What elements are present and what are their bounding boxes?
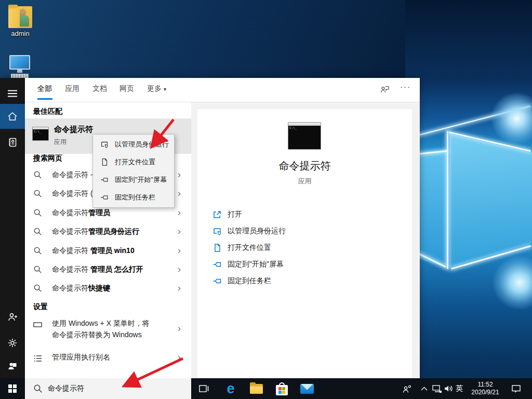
suggestion-text: 命令提示符管理员 xyxy=(52,208,110,218)
file-explorer-icon xyxy=(250,384,263,394)
tray-expand-button[interactable] xyxy=(418,378,430,399)
desktop-icon-this-pc[interactable] xyxy=(2,55,37,79)
settings-row-text: 使用 Windows + X 菜单时，将 命令提示符替换为 Windows xyxy=(52,317,150,340)
cmd-icon: C:\_ xyxy=(32,127,49,141)
search-suggestion-row[interactable]: 命令提示符 管理员 怎么打开 › xyxy=(25,260,191,279)
journal-icon xyxy=(7,137,18,148)
context-menu-run-as-admin[interactable]: 以管理员身份运行 xyxy=(93,136,174,153)
people-tray-button[interactable] xyxy=(400,378,414,399)
microsoft-store-button[interactable] xyxy=(270,378,294,399)
action-center-icon xyxy=(511,384,521,393)
chevron-right-icon[interactable]: › xyxy=(178,263,181,275)
action-pin-to-taskbar[interactable]: 固定到任务栏 xyxy=(212,273,271,289)
search-icon xyxy=(33,265,42,274)
settings-row-text: 管理应用执行别名 xyxy=(52,353,110,362)
search-tabs-header: 全部 应用 文档 网页 更多 ▾ ··· xyxy=(25,78,420,102)
action-label: 以管理员身份运行 xyxy=(228,227,286,236)
wallpaper-light-beams xyxy=(405,0,532,399)
file-explorer-button[interactable] xyxy=(244,378,268,399)
mail-button[interactable] xyxy=(295,378,319,399)
volume-icon xyxy=(444,384,454,393)
chevron-right-icon[interactable]: › xyxy=(178,351,181,363)
settings-row-aliases[interactable]: 管理应用执行别名 › xyxy=(25,348,191,367)
store-icon xyxy=(276,382,288,395)
tab-more[interactable]: 更多 ▾ xyxy=(147,84,166,94)
rail-home-button[interactable] xyxy=(0,104,25,129)
edge-browser-button[interactable]: e xyxy=(219,378,243,399)
hamburger-menu-button[interactable] xyxy=(0,82,25,105)
chevron-down-icon: ▾ xyxy=(164,86,166,92)
taskbar-search-box[interactable]: 命令提示符 xyxy=(25,378,191,399)
chevron-right-icon[interactable]: › xyxy=(178,188,181,199)
taskbar-clock[interactable]: 11:52 2020/9/21 xyxy=(466,378,505,399)
best-match-subtitle: 应用 xyxy=(54,138,66,147)
search-web-section-label: 搜索网页 xyxy=(33,154,62,163)
open-icon xyxy=(212,209,222,220)
gear-icon xyxy=(7,338,18,348)
list-icon xyxy=(33,353,43,364)
rail-settings-button[interactable] xyxy=(0,331,25,354)
search-icon xyxy=(33,246,42,255)
rail-feedback-button[interactable] xyxy=(0,354,25,377)
people-icon xyxy=(402,384,412,393)
tab-more-label: 更多 xyxy=(147,84,162,92)
tab-web[interactable]: 网页 xyxy=(119,84,134,94)
action-pin-to-start[interactable]: 固定到"开始"屏幕 xyxy=(212,257,284,272)
search-suggestion-row[interactable]: 命令提示符管理员身份运行 › xyxy=(25,222,191,241)
search-icon xyxy=(33,284,42,292)
pin-icon xyxy=(100,175,109,184)
task-view-icon xyxy=(198,383,210,394)
action-label: 打开 xyxy=(228,210,242,219)
pin-icon xyxy=(212,259,222,270)
desktop-icon-admin[interactable]: admin xyxy=(3,6,38,37)
desktop-icon-label: admin xyxy=(3,30,38,37)
pin-icon xyxy=(100,193,109,202)
detail-subtitle: 应用 xyxy=(197,177,412,186)
hamburger-icon xyxy=(8,90,17,97)
tab-documents[interactable]: 文档 xyxy=(92,84,107,94)
clock-date: 2020/9/21 xyxy=(471,389,499,396)
context-menu-open-file-location[interactable]: 打开文件位置 xyxy=(93,153,174,171)
chevron-right-icon[interactable]: › xyxy=(178,282,181,294)
taskbar-search-input[interactable]: 命令提示符 xyxy=(48,384,84,393)
suggestion-text: 命令提示符 管理员 怎么打开 xyxy=(52,265,143,274)
search-suggestion-row[interactable]: 命令提示符快捷键 › xyxy=(25,279,191,298)
action-run-as-admin[interactable]: 以管理员身份运行 xyxy=(212,223,286,239)
action-label: 固定到"开始"屏幕 xyxy=(228,260,284,269)
search-rail xyxy=(0,78,25,378)
context-menu-label: 以管理员身份运行 xyxy=(115,140,169,149)
chevron-right-icon[interactable]: › xyxy=(178,207,181,218)
rail-journal-button[interactable] xyxy=(0,131,25,154)
context-menu-pin-to-taskbar[interactable]: 固定到任务栏 xyxy=(93,189,174,206)
windows-logo-icon xyxy=(8,384,17,393)
selected-tab-underline xyxy=(37,98,52,100)
chevron-right-icon[interactable]: › xyxy=(178,245,181,256)
search-flyout: 全部 应用 文档 网页 更多 ▾ ··· 最佳匹配 C:\_ xyxy=(0,78,420,378)
tab-all[interactable]: 全部 xyxy=(37,84,52,94)
search-suggestion-row[interactable]: 命令提示符 管理员 win10 › xyxy=(25,242,191,260)
settings-section-label: 设置 xyxy=(33,302,48,312)
more-options-button[interactable]: ··· xyxy=(400,82,411,91)
action-open[interactable]: 打开 xyxy=(212,207,242,222)
chevron-right-icon[interactable]: › xyxy=(178,225,181,237)
tab-apps[interactable]: 应用 xyxy=(65,84,79,94)
start-button[interactable] xyxy=(0,378,25,399)
search-icon xyxy=(33,170,42,179)
detail-title: 命令提示符 xyxy=(197,159,412,173)
screen: admin xyxy=(0,0,532,399)
task-view-button[interactable] xyxy=(192,378,216,399)
suggestion-text: 命令提示符管理员身份运行 xyxy=(52,227,139,236)
chevron-right-icon[interactable]: › xyxy=(178,169,181,180)
rail-account-button[interactable] xyxy=(0,305,25,328)
search-icon xyxy=(33,189,42,198)
context-menu-pin-to-start[interactable]: 固定到"开始"屏幕 xyxy=(93,171,174,189)
action-center-button[interactable] xyxy=(508,378,524,399)
action-open-file-location[interactable]: 打开文件位置 xyxy=(212,240,271,256)
search-icon xyxy=(33,208,42,217)
ime-indicator[interactable]: 英 xyxy=(453,378,466,399)
chevron-right-icon[interactable]: › xyxy=(178,323,181,334)
settings-row-winx[interactable]: 使用 Windows + X 菜单时，将 命令提示符替换为 Windows › xyxy=(25,314,191,343)
feedback-header-button[interactable] xyxy=(380,84,390,97)
suggestion-text: 命令提示符 ( xyxy=(52,189,93,198)
clock-time: 11:52 xyxy=(471,381,499,389)
